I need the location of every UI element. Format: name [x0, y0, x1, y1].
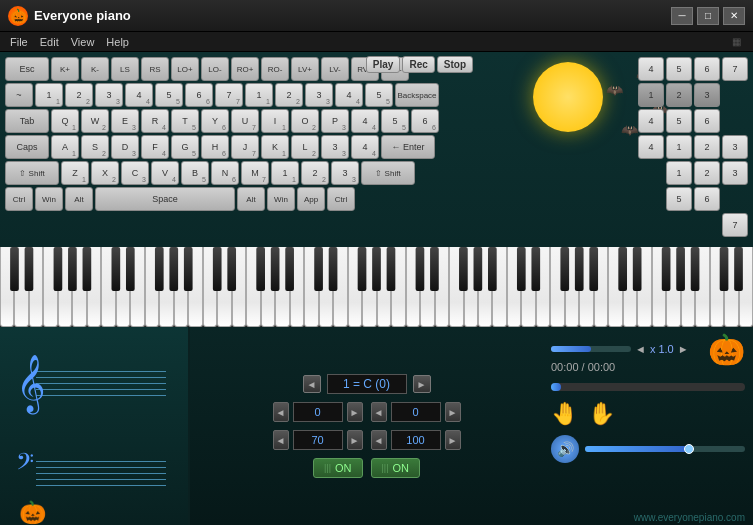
white-key-14[interactable]	[188, 247, 202, 327]
key-quote[interactable]: 44	[351, 135, 379, 159]
white-key-2[interactable]	[14, 247, 28, 327]
white-key-15[interactable]	[203, 247, 217, 327]
ng-7[interactable]: 7	[722, 57, 748, 81]
right-val-decrease[interactable]: ◄	[371, 402, 387, 422]
speaker-icon[interactable]: 🔊	[551, 435, 579, 463]
ng-7a[interactable]: 7	[722, 213, 748, 237]
key-8[interactable]: 11	[245, 83, 273, 107]
white-key-26[interactable]	[362, 247, 376, 327]
ls-key[interactable]: LS	[111, 57, 139, 81]
white-key-20[interactable]	[275, 247, 289, 327]
white-key-30[interactable]	[420, 247, 434, 327]
k-plus-key[interactable]: K+	[51, 57, 79, 81]
key-left-arrow[interactable]: ◄	[303, 375, 321, 393]
key-i[interactable]: I1	[261, 109, 289, 133]
win-left-key[interactable]: Win	[35, 187, 63, 211]
key-g[interactable]: G5	[171, 135, 199, 159]
white-key-49[interactable]	[695, 247, 709, 327]
alt-left-key[interactable]: Alt	[65, 187, 93, 211]
accompaniment-on-button[interactable]: ON	[371, 458, 421, 478]
ng-3b[interactable]: 3	[722, 135, 748, 159]
key-p[interactable]: P3	[321, 109, 349, 133]
key-equals[interactable]: 55	[365, 83, 393, 107]
speed-right-arrow[interactable]: ►	[678, 343, 689, 355]
key-lbracket[interactable]: 44	[351, 109, 379, 133]
key-0[interactable]: 33	[305, 83, 333, 107]
white-key-39[interactable]	[550, 247, 564, 327]
left-val-decrease[interactable]: ◄	[273, 402, 289, 422]
key-right-arrow[interactable]: ►	[413, 375, 431, 393]
key-comma[interactable]: 11	[271, 161, 299, 185]
right-val-increase[interactable]: ►	[445, 402, 461, 422]
white-key-33[interactable]	[464, 247, 478, 327]
white-key-44[interactable]	[623, 247, 637, 327]
key-d[interactable]: D3	[111, 135, 139, 159]
space-key[interactable]: Space	[95, 187, 235, 211]
key-9[interactable]: 22	[275, 83, 303, 107]
key-s[interactable]: S2	[81, 135, 109, 159]
key-5[interactable]: 55	[155, 83, 183, 107]
key-y[interactable]: Y6	[201, 109, 229, 133]
ng-1b[interactable]: 1	[666, 135, 692, 159]
white-key-7[interactable]	[87, 247, 101, 327]
key-v[interactable]: V4	[151, 161, 179, 185]
rec-button[interactable]: Rec	[402, 56, 434, 73]
white-key-47[interactable]	[666, 247, 680, 327]
ng-3a[interactable]: 3	[694, 83, 720, 107]
white-key-50[interactable]	[710, 247, 724, 327]
ng-2b[interactable]: 2	[694, 135, 720, 159]
ng-5b[interactable]: 5	[666, 187, 692, 211]
key-k[interactable]: K1	[261, 135, 289, 159]
win-right-key[interactable]: Win	[267, 187, 295, 211]
ng-4a[interactable]: 4	[638, 109, 664, 133]
key-l[interactable]: L2	[291, 135, 319, 159]
key-n[interactable]: N6	[211, 161, 239, 185]
maximize-button[interactable]: □	[697, 7, 719, 25]
shift-right-key[interactable]: ⇧ Shift	[361, 161, 415, 185]
menu-edit[interactable]: Edit	[34, 34, 65, 50]
ctrl-right-key[interactable]: Ctrl	[327, 187, 355, 211]
key-3[interactable]: 33	[95, 83, 123, 107]
progress-bar[interactable]	[551, 383, 745, 391]
white-key-12[interactable]	[159, 247, 173, 327]
volume-decrease[interactable]: ◄	[371, 430, 387, 450]
white-key-1[interactable]	[0, 247, 14, 327]
left-hand-icon[interactable]: 🤚	[551, 401, 578, 427]
white-key-13[interactable]	[174, 247, 188, 327]
white-key-32[interactable]	[449, 247, 463, 327]
key-1[interactable]: 11	[35, 83, 63, 107]
white-key-40[interactable]	[565, 247, 579, 327]
white-key-4[interactable]	[43, 247, 57, 327]
ng-6b[interactable]: 6	[694, 187, 720, 211]
caps-key[interactable]: Caps	[5, 135, 49, 159]
key-u[interactable]: U7	[231, 109, 259, 133]
lo-minus-key[interactable]: LO-	[201, 57, 229, 81]
volume-track[interactable]	[585, 446, 745, 452]
menu-help[interactable]: Help	[100, 34, 135, 50]
white-key-18[interactable]	[246, 247, 260, 327]
white-key-45[interactable]	[637, 247, 651, 327]
key-f[interactable]: F4	[141, 135, 169, 159]
white-key-48[interactable]	[681, 247, 695, 327]
white-key-19[interactable]	[261, 247, 275, 327]
ng-5[interactable]: 5	[666, 57, 692, 81]
ng-2c[interactable]: 2	[694, 161, 720, 185]
white-key-38[interactable]	[536, 247, 550, 327]
tempo-increase[interactable]: ►	[347, 430, 363, 450]
white-key-36[interactable]	[507, 247, 521, 327]
key-6[interactable]: 66	[185, 83, 213, 107]
speed-left-arrow[interactable]: ◄	[635, 343, 646, 355]
white-key-25[interactable]	[348, 247, 362, 327]
key-q[interactable]: Q1	[51, 109, 79, 133]
metronome-on-button[interactable]: ON	[313, 458, 363, 478]
key-b[interactable]: B5	[181, 161, 209, 185]
lv-minus-key[interactable]: LV-	[321, 57, 349, 81]
white-key-46[interactable]	[652, 247, 666, 327]
menu-file[interactable]: File	[4, 34, 34, 50]
menu-view[interactable]: View	[65, 34, 101, 50]
ng-3c[interactable]: 3	[722, 161, 748, 185]
key-semicolon[interactable]: 33	[321, 135, 349, 159]
white-key-3[interactable]	[29, 247, 43, 327]
key-j[interactable]: J7	[231, 135, 259, 159]
white-key-29[interactable]	[406, 247, 420, 327]
